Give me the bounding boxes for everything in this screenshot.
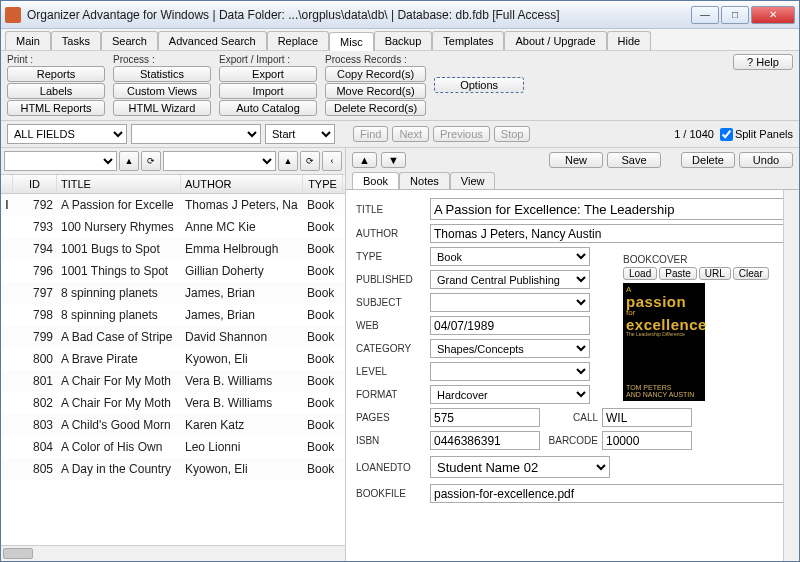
app-icon — [5, 7, 21, 23]
filter-bar: ALL FIELDS Start Find Next Previous Stop… — [1, 121, 799, 148]
subject-select[interactable] — [430, 293, 590, 312]
export-button[interactable]: Export — [219, 66, 317, 82]
col-author[interactable]: AUTHOR — [181, 175, 303, 193]
sort-asc-icon[interactable]: ▲ — [119, 151, 139, 171]
detail-tab-notes[interactable]: Notes — [399, 172, 450, 189]
cover-paste-button[interactable]: Paste — [659, 267, 697, 280]
undo-button[interactable]: Undo — [739, 152, 793, 168]
table-row[interactable]: 793100 Nursery RhymesAnne MC KieBook — [1, 216, 345, 238]
detail-tabs: BookNotesView — [346, 172, 799, 189]
titlebar: Organizer Advantage for Windows | Data F… — [1, 1, 799, 29]
title-field[interactable] — [430, 198, 789, 220]
tab-replace[interactable]: Replace — [267, 31, 329, 50]
labels-button[interactable]: Labels — [7, 83, 105, 99]
custom-views-button[interactable]: Custom Views — [113, 83, 211, 99]
col-id[interactable]: ID — [13, 175, 57, 193]
table-row[interactable]: I792A Passion for ExcelleThomas J Peters… — [1, 194, 345, 216]
html-reports-button[interactable]: HTML Reports — [7, 100, 105, 116]
bookfile-field[interactable] — [430, 484, 789, 503]
grid-toolbar: ▲ ⟳ ▲ ⟳ ‹ — [1, 148, 345, 175]
delete-record-s--button[interactable]: Delete Record(s) — [325, 100, 426, 116]
tab-tasks[interactable]: Tasks — [51, 31, 101, 50]
copy-record-s--button[interactable]: Copy Record(s) — [325, 66, 426, 82]
new-button[interactable]: New — [549, 152, 603, 168]
cover-load-button[interactable]: Load — [623, 267, 657, 280]
col-title[interactable]: TITLE — [57, 175, 181, 193]
window-title: Organizer Advantage for Windows | Data F… — [27, 8, 691, 22]
detail-tab-book[interactable]: Book — [352, 172, 399, 189]
filter-value[interactable] — [131, 124, 261, 144]
tab-backup[interactable]: Backup — [374, 31, 433, 50]
table-row[interactable]: 799A Bad Case of StripeDavid ShannonBook — [1, 326, 345, 348]
barcode-field[interactable] — [602, 431, 692, 450]
collapse-icon[interactable]: ‹ — [322, 151, 342, 171]
prev-button[interactable]: Previous — [433, 126, 490, 142]
table-row[interactable]: 800A Brave PirateKyowon, EliBook — [1, 348, 345, 370]
nav-down-button[interactable]: ▼ — [381, 152, 406, 168]
refresh-icon[interactable]: ⟳ — [141, 151, 161, 171]
statistics-button[interactable]: Statistics — [113, 66, 211, 82]
save-button[interactable]: Save — [607, 152, 661, 168]
detail-tab-view[interactable]: View — [450, 172, 496, 189]
category-select[interactable]: Shapes/Concepts — [430, 339, 590, 358]
table-row[interactable]: 802A Chair For My MothVera B. WilliamsBo… — [1, 392, 345, 414]
tab-main[interactable]: Main — [5, 31, 51, 50]
published-select[interactable]: Grand Central Publishing — [430, 270, 590, 289]
table-row[interactable]: 7961001 Things to SpotGillian DohertyBoo… — [1, 260, 345, 282]
tab-misc[interactable]: Misc — [329, 32, 374, 51]
call-field[interactable] — [602, 408, 692, 427]
detail-form: TITLE AUTHOR TYPE Book PUBLISHED Grand C… — [346, 189, 799, 561]
split-checkbox[interactable] — [720, 128, 733, 141]
minimize-button[interactable]: — — [691, 6, 719, 24]
sort-select-2[interactable] — [163, 151, 276, 171]
ribbon: Print : ReportsLabelsHTML Reports Proces… — [1, 51, 799, 121]
split-panels-toggle[interactable]: Split Panels — [720, 128, 793, 141]
refresh-icon-2[interactable]: ⟳ — [300, 151, 320, 171]
field-select[interactable]: ALL FIELDS — [7, 124, 127, 144]
find-button[interactable]: Find — [353, 126, 388, 142]
tab-advanced-search[interactable]: Advanced Search — [158, 31, 267, 50]
app-window: Organizer Advantage for Windows | Data F… — [0, 0, 800, 562]
next-button[interactable]: Next — [392, 126, 429, 142]
table-row[interactable]: 7988 spinning planetsJames, BrianBook — [1, 304, 345, 326]
tab-templates[interactable]: Templates — [432, 31, 504, 50]
start-select[interactable]: Start — [265, 124, 335, 144]
format-select[interactable]: Hardcover — [430, 385, 590, 404]
isbn-field[interactable] — [430, 431, 540, 450]
tab-search[interactable]: Search — [101, 31, 158, 50]
type-select[interactable]: Book — [430, 247, 590, 266]
h-scrollbar[interactable] — [1, 545, 345, 561]
stop-button[interactable]: Stop — [494, 126, 531, 142]
close-button[interactable]: ✕ — [751, 6, 795, 24]
author-field[interactable] — [430, 224, 789, 243]
nav-up-button[interactable]: ▲ — [352, 152, 377, 168]
options-button[interactable]: Options — [434, 77, 524, 93]
cover-url-button[interactable]: URL — [699, 267, 731, 280]
table-row[interactable]: 805A Day in the CountryKyowon, EliBook — [1, 458, 345, 480]
reports-button[interactable]: Reports — [7, 66, 105, 82]
import-button[interactable]: Import — [219, 83, 317, 99]
table-row[interactable]: 7978 spinning planetsJames, BrianBook — [1, 282, 345, 304]
loanedto-select[interactable]: Student Name 02 — [430, 456, 610, 478]
auto-catalog-button[interactable]: Auto Catalog — [219, 100, 317, 116]
sort-asc-icon-2[interactable]: ▲ — [278, 151, 298, 171]
v-scrollbar[interactable] — [783, 190, 799, 561]
level-select[interactable] — [430, 362, 590, 381]
tab-about-upgrade[interactable]: About / Upgrade — [504, 31, 606, 50]
move-record-s--button[interactable]: Move Record(s) — [325, 83, 426, 99]
record-counter: 1 / 1040 — [674, 128, 714, 140]
cover-clear-button[interactable]: Clear — [733, 267, 769, 280]
table-row[interactable]: 803A Child's Good MornKaren KatzBook — [1, 414, 345, 436]
sort-select-1[interactable] — [4, 151, 117, 171]
tab-hide[interactable]: Hide — [607, 31, 652, 50]
col-type[interactable]: TYPE — [303, 175, 343, 193]
pages-field[interactable] — [430, 408, 540, 427]
help-button[interactable]: ? Help — [733, 54, 793, 70]
table-row[interactable]: 804A Color of His OwnLeo LionniBook — [1, 436, 345, 458]
table-row[interactable]: 801A Chair For My MothVera B. WilliamsBo… — [1, 370, 345, 392]
maximize-button[interactable]: □ — [721, 6, 749, 24]
web-field[interactable] — [430, 316, 590, 335]
table-row[interactable]: 7941001 Bugs to SpotEmma HelbroughBook — [1, 238, 345, 260]
delete-button[interactable]: Delete — [681, 152, 735, 168]
html-wizard-button[interactable]: HTML Wizard — [113, 100, 211, 116]
